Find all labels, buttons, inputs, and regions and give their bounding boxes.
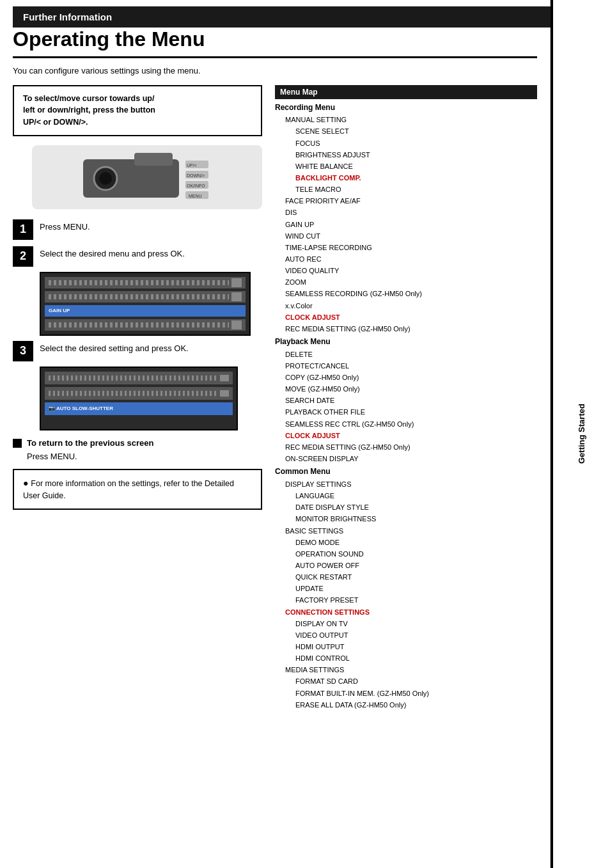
menu-item-video-quality: VIDEO QUALITY xyxy=(275,265,537,276)
menu-item-clock-adjust-play: CLOCK ADJUST xyxy=(275,430,537,441)
menu2-icon-2 xyxy=(220,390,229,397)
menu-item-basic-settings: BASIC SETTINGS xyxy=(275,525,537,537)
menu-sub-operation-sound: OPERATION SOUND xyxy=(275,548,537,560)
tip-box-text: To select/move cursor towards up/left or… xyxy=(23,93,252,129)
menu-sub-factory-preset: FACTORY PRESET xyxy=(275,594,537,606)
step-2-screenshot: GAIN UP xyxy=(40,272,251,336)
menu-sub-tele-macro: TELE MACRO xyxy=(275,184,537,195)
menu-sub-update: UPDATE xyxy=(275,583,537,594)
step-3-number: 3 xyxy=(13,341,33,361)
menu-sub-format-sd: FORMAT SD CARD xyxy=(275,675,537,687)
menu-item-rec-media: REC MEDIA SETTING (GZ-HM50 Only) xyxy=(275,323,537,335)
menu-sub-backlight-comp: BACKLIGHT COMP. xyxy=(275,172,537,184)
menu-item-playback-other: PLAYBACK OTHER FILE xyxy=(275,406,537,418)
step-3-row: 3 Select the desired setting and press O… xyxy=(13,340,262,361)
menu-icon-4 xyxy=(231,320,242,329)
return-section-header: To return to the previous screen xyxy=(13,438,262,448)
menu2-dots-1 xyxy=(49,375,217,381)
return-section-body: Press MENU. xyxy=(27,452,262,461)
menu-sub-scene-select: SCENE SELECT xyxy=(275,125,537,137)
menu-item-rec-media-play: REC MEDIA SETTING (GZ-HM50 Only) xyxy=(275,441,537,453)
menu-row-4 xyxy=(45,319,246,331)
two-column-layout: To select/move cursor towards up/left or… xyxy=(13,85,537,711)
right-sidebar: Getting Started Recording Playback Copyi… xyxy=(550,0,610,868)
step-1-row: 1 Press MENU. xyxy=(13,218,262,240)
camera-diagram: UP/< DOWN/> OK/INFO MENU xyxy=(32,145,262,209)
menu-row-3-highlight: GAIN UP xyxy=(45,305,246,317)
menu-item-gain-up: GAIN UP xyxy=(275,219,537,230)
menu-item-time-lapse: TIME-LAPSE RECORDING xyxy=(275,242,537,253)
menu-item-manual-setting: MANUAL SETTING xyxy=(275,114,537,125)
menu-map-content: Recording Menu MANUAL SETTING SCENE SELE… xyxy=(275,102,537,711)
menu-map-column: Menu Map Recording Menu MANUAL SETTING S… xyxy=(275,85,537,711)
menu-item-protect: PROTECT/CANCEL xyxy=(275,360,537,372)
camera-body: UP/< DOWN/> OK/INFO MENU xyxy=(83,153,211,201)
menu-sub-brightness: BRIGHTNESS ADJUST xyxy=(275,149,537,161)
menu-dots-4 xyxy=(49,322,229,327)
svg-text:OK/INFO: OK/INFO xyxy=(187,184,205,188)
svg-text:MENU: MENU xyxy=(189,194,202,198)
step-3-text: Select the desired setting and press OK. xyxy=(40,340,189,355)
menu-item-dis: DIS xyxy=(275,207,537,218)
menu-item-delete: DELETE xyxy=(275,349,537,360)
menu-sub-hdmi-output: HDMI OUTPUT xyxy=(275,641,537,652)
camera-svg: UP/< DOWN/> OK/INFO MENU xyxy=(83,153,211,201)
section-header-bar: Further Information xyxy=(13,6,563,28)
tab-getting-started[interactable]: Getting Started xyxy=(551,0,610,868)
menu-item-connection-settings: CONNECTION SETTINGS xyxy=(275,606,537,618)
step-2-number: 2 xyxy=(13,246,33,267)
black-square-icon xyxy=(13,439,22,448)
menu-sub-video-output: VIDEO OUTPUT xyxy=(275,629,537,641)
menu-sub-auto-power: AUTO POWER OFF xyxy=(275,560,537,571)
recording-menu-title: Recording Menu xyxy=(275,102,537,114)
menu2-icon-1 xyxy=(220,375,229,381)
menu-icon-2 xyxy=(231,292,242,301)
menu-sub-focus: FOCUS xyxy=(275,138,537,149)
menu-sub-white-balance: WHITE BALANCE xyxy=(275,161,537,172)
svg-point-2 xyxy=(99,172,112,185)
page-title: Operating the Menu xyxy=(13,28,537,58)
menu-row-1 xyxy=(45,277,246,288)
menu-sub-display-on-tv: DISPLAY ON TV xyxy=(275,618,537,629)
menu-item-move: MOVE (GZ-HM50 Only) xyxy=(275,383,537,395)
menu-row-slow-shutter-label: 📷 AUTO SLOW-SHUTTER xyxy=(49,406,113,411)
menu-sub-demo-mode: DEMO MODE xyxy=(275,537,537,548)
tab-getting-started-label: Getting Started xyxy=(553,0,610,868)
instructions-column: To select/move cursor towards up/left or… xyxy=(13,85,262,510)
svg-text:DOWN/>: DOWN/> xyxy=(187,173,205,178)
menu-sub-format-builtin: FORMAT BUILT-IN MEM. (GZ-HM50 Only) xyxy=(275,688,537,699)
menu-map-header: Menu Map xyxy=(275,85,537,99)
playback-menu-title: Playback Menu xyxy=(275,336,537,349)
step-1-number: 1 xyxy=(13,219,33,240)
menu-item-media-settings: MEDIA SETTINGS xyxy=(275,664,537,675)
menu2-dots-2 xyxy=(49,391,217,396)
svg-text:UP/<: UP/< xyxy=(187,163,197,168)
menu-item-search-date: SEARCH DATE xyxy=(275,395,537,406)
menu-item-display-settings: DISPLAY SETTINGS xyxy=(275,478,537,490)
step-2-text: Select the desired menu and press OK. xyxy=(40,245,185,260)
menu-row2-1 xyxy=(45,372,233,384)
menu-row2-3-highlight: 📷 AUTO SLOW-SHUTTER xyxy=(45,402,233,415)
menu-item-seamless-rec: SEAMLESS RECORDING (GZ-HM50 Only) xyxy=(275,288,537,299)
menu-item-wind-cut: WIND CUT xyxy=(275,230,537,242)
menu-item-onscreen-display: ON-SCREEN DISPLAY xyxy=(275,453,537,464)
menu-sub-hdmi-control: HDMI CONTROL xyxy=(275,652,537,664)
bullet-note: For more information on the settings, re… xyxy=(13,469,262,510)
menu-icon-1 xyxy=(231,278,242,287)
menu-dots-1 xyxy=(49,280,229,285)
menu-item-seamless-ctrl: SEAMLESS REC CTRL (GZ-HM50 Only) xyxy=(275,418,537,430)
note-text: For more information on the settings, re… xyxy=(23,477,252,502)
menu-sub-language: LANGUAGE xyxy=(275,490,537,501)
menu-item-face-priority: FACE PRIORITY AE/AF xyxy=(275,195,537,207)
menu-item-copy: COPY (GZ-HM50 Only) xyxy=(275,372,537,383)
tip-box: To select/move cursor towards up/left or… xyxy=(13,85,262,136)
menu-sub-quick-restart: QUICK RESTART xyxy=(275,571,537,583)
step-1-text: Press MENU. xyxy=(40,218,90,233)
main-content: Further Information Operating the Menu Y… xyxy=(0,0,610,868)
step-3-screenshot: 📷 AUTO SLOW-SHUTTER xyxy=(40,367,238,430)
section-header-text: Further Information xyxy=(23,12,112,22)
left-panel: Further Information Operating the Menu Y… xyxy=(0,0,550,868)
menu-item-clock-adjust-rec: CLOCK ADJUST xyxy=(275,312,537,323)
menu-item-auto-rec: AUTO REC xyxy=(275,253,537,265)
menu-row-gain-label: GAIN UP xyxy=(49,308,70,313)
